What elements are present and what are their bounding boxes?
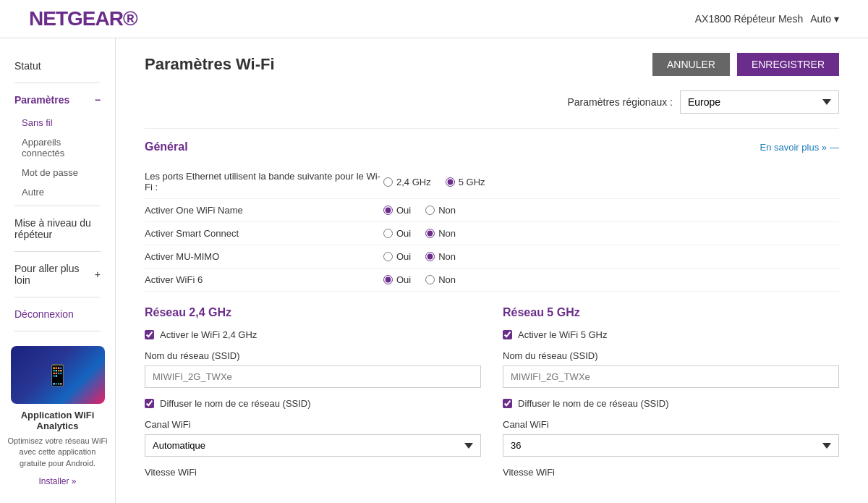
broadcast-2g-text: Diffuser le nom de ce réseau (SSID) bbox=[160, 398, 311, 409]
regional-label: Paramètres régionaux : bbox=[567, 96, 673, 108]
one-wifi-oui[interactable]: Oui bbox=[383, 205, 411, 216]
chevron-down-icon: ▾ bbox=[834, 13, 839, 25]
sidebar-parametres-label: Paramètres bbox=[14, 94, 69, 106]
app-promo-desc: Optimisez votre réseau WiFi avec cette a… bbox=[7, 436, 108, 469]
header-right: AX1800 Répéteur Mesh Auto ▾ bbox=[695, 13, 839, 25]
radio-mu-mimo-oui[interactable] bbox=[383, 252, 393, 261]
smart-connect-non[interactable]: Non bbox=[425, 228, 456, 239]
enable-5g-label[interactable]: Activer le WiFi 5 GHz bbox=[503, 329, 839, 340]
sidebar: Statut Paramètres − Sans fil Appareils c… bbox=[0, 38, 116, 503]
mu-mimo-non[interactable]: Non bbox=[425, 251, 456, 262]
cancel-button[interactable]: ANNULER bbox=[652, 53, 730, 76]
mu-mimo-oui-label: Oui bbox=[396, 251, 411, 262]
learn-more-text: En savoir plus » bbox=[760, 142, 827, 153]
page-title: Paramètres Wi-Fi bbox=[145, 55, 275, 74]
canal-5g-field: Canal WiFi 36 40 44 48 bbox=[503, 419, 839, 457]
smart-connect-row: Activer Smart Connect Oui Non bbox=[145, 222, 839, 245]
ethernet-band-label: Les ports Ethernet utilisent la bande su… bbox=[145, 171, 383, 193]
radio-wifi6-non[interactable] bbox=[425, 275, 435, 284]
layout: Statut Paramètres − Sans fil Appareils c… bbox=[0, 38, 868, 503]
app-promo: 📱 Application WiFi Analytics Optimisez v… bbox=[7, 346, 108, 486]
ssid-2g-label: Nom du réseau (SSID) bbox=[145, 350, 481, 361]
radio-mu-mimo-non[interactable] bbox=[425, 252, 435, 261]
regional-row: Paramètres régionaux : Europe Amérique d… bbox=[145, 90, 839, 114]
app-promo-install-link[interactable]: Installer » bbox=[38, 476, 76, 486]
sidebar-sub-autre[interactable]: Autre bbox=[0, 182, 115, 202]
wifi6-non-label: Non bbox=[438, 274, 456, 285]
smart-connect-oui[interactable]: Oui bbox=[383, 228, 411, 239]
ethernet-band-radio-group: 2,4 GHz 5 GHz bbox=[383, 177, 485, 187]
enable-2g-field: Activer le WiFi 2,4 GHz bbox=[145, 329, 481, 340]
smart-connect-non-label: Non bbox=[438, 228, 456, 239]
ssid-5g-label: Nom du réseau (SSID) bbox=[503, 350, 839, 361]
sidebar-item-mise-a-niveau[interactable]: Mise à niveau du répéteur bbox=[0, 210, 115, 248]
sidebar-logout[interactable]: Déconnexion bbox=[0, 301, 115, 327]
canal-2g-field: Canal WiFi Automatique 1 6 11 bbox=[145, 419, 481, 457]
auto-select[interactable]: Auto ▾ bbox=[810, 13, 839, 25]
mu-mimo-label: Activer MU-MIMO bbox=[145, 251, 383, 262]
smart-connect-label: Activer Smart Connect bbox=[145, 228, 383, 239]
enable-2g-checkbox[interactable] bbox=[145, 330, 154, 339]
app-promo-image: 📱 bbox=[11, 346, 105, 404]
canal-2g-select[interactable]: Automatique 1 6 11 bbox=[145, 434, 481, 457]
radio-one-wifi-non[interactable] bbox=[425, 206, 435, 215]
general-section-title: Général bbox=[145, 140, 188, 153]
broadcast-2g-checkbox[interactable] bbox=[145, 399, 154, 408]
save-button[interactable]: ENREGISTRER bbox=[737, 53, 839, 76]
learn-more-link[interactable]: En savoir plus » — bbox=[760, 142, 840, 153]
ssid-2g-field: Nom du réseau (SSID) bbox=[145, 350, 481, 388]
sidebar-divider-4 bbox=[14, 297, 101, 297]
radio-option-2g[interactable]: 2,4 GHz bbox=[383, 177, 431, 187]
wifi6-oui-label: Oui bbox=[396, 274, 411, 285]
mu-mimo-radio-group: Oui Non bbox=[383, 251, 456, 262]
sidebar-divider-2 bbox=[14, 206, 101, 206]
enable-2g-label[interactable]: Activer le WiFi 2,4 GHz bbox=[145, 329, 481, 340]
radio-one-wifi-oui[interactable] bbox=[383, 206, 393, 215]
network-5g-col: Réseau 5 GHz Activer le WiFi 5 GHz Nom d… bbox=[503, 306, 839, 478]
radio-wifi6-oui[interactable] bbox=[383, 275, 393, 284]
canal-5g-select[interactable]: 36 40 44 48 bbox=[503, 434, 839, 457]
wifi6-radio-group: Oui Non bbox=[383, 274, 456, 285]
app-icon: 📱 bbox=[45, 363, 70, 387]
enable-5g-text: Activer le WiFi 5 GHz bbox=[518, 329, 608, 340]
broadcast-5g-label[interactable]: Diffuser le nom de ce réseau (SSID) bbox=[503, 398, 839, 409]
radio-smart-non[interactable] bbox=[425, 229, 435, 238]
wifi6-label: Activer WiFi 6 bbox=[145, 274, 383, 285]
broadcast-2g-label[interactable]: Diffuser le nom de ce réseau (SSID) bbox=[145, 398, 481, 409]
mu-mimo-oui[interactable]: Oui bbox=[383, 251, 411, 262]
enable-5g-checkbox[interactable] bbox=[503, 330, 512, 339]
ssid-2g-input[interactable] bbox=[145, 365, 481, 388]
network-2g-col: Réseau 2,4 GHz Activer le WiFi 2,4 GHz N… bbox=[145, 306, 481, 478]
broadcast-5g-checkbox[interactable] bbox=[503, 399, 512, 408]
wifi6-oui[interactable]: Oui bbox=[383, 274, 411, 285]
sidebar-item-pour-aller[interactable]: Pour aller plus loin + bbox=[0, 255, 115, 293]
mu-mimo-non-label: Non bbox=[438, 251, 456, 262]
radio-5g[interactable] bbox=[446, 177, 455, 187]
network-2g-title: Réseau 2,4 GHz bbox=[145, 306, 481, 319]
one-wifi-radio-group: Oui Non bbox=[383, 205, 456, 216]
enable-5g-field: Activer le WiFi 5 GHz bbox=[503, 329, 839, 340]
regional-select[interactable]: Europe Amérique du Nord Asie bbox=[680, 90, 839, 114]
auto-label: Auto bbox=[810, 13, 831, 25]
sidebar-sub-mot-de-passe[interactable]: Mot de passe bbox=[0, 163, 115, 182]
device-name: AX1800 Répéteur Mesh bbox=[695, 13, 803, 25]
ssid-5g-field: Nom du réseau (SSID) bbox=[503, 350, 839, 388]
network-5g-title: Réseau 5 GHz bbox=[503, 306, 839, 319]
page-header: Paramètres Wi-Fi ANNULER ENREGISTRER bbox=[145, 53, 839, 76]
sidebar-item-parametres[interactable]: Paramètres − bbox=[0, 87, 115, 113]
sidebar-divider-3 bbox=[14, 251, 101, 252]
one-wifi-row: Activer One WiFi Name Oui Non bbox=[145, 199, 839, 222]
radio-2g[interactable] bbox=[383, 177, 393, 187]
ethernet-band-row: Les ports Ethernet utilisent la bande su… bbox=[145, 165, 839, 199]
wifi6-non[interactable]: Non bbox=[425, 274, 456, 285]
wifi6-row: Activer WiFi 6 Oui Non bbox=[145, 269, 839, 292]
ssid-5g-input[interactable] bbox=[503, 365, 839, 388]
sidebar-sub-appareils[interactable]: Appareils connectés bbox=[0, 132, 115, 163]
sidebar-item-statut[interactable]: Statut bbox=[0, 53, 115, 79]
one-wifi-non[interactable]: Non bbox=[425, 205, 456, 216]
sidebar-sub-sans-fil[interactable]: Sans fil bbox=[0, 113, 115, 132]
header-buttons: ANNULER ENREGISTRER bbox=[652, 53, 839, 76]
section-separator bbox=[145, 128, 839, 129]
radio-option-5g[interactable]: 5 GHz bbox=[446, 177, 485, 187]
radio-smart-oui[interactable] bbox=[383, 229, 393, 238]
